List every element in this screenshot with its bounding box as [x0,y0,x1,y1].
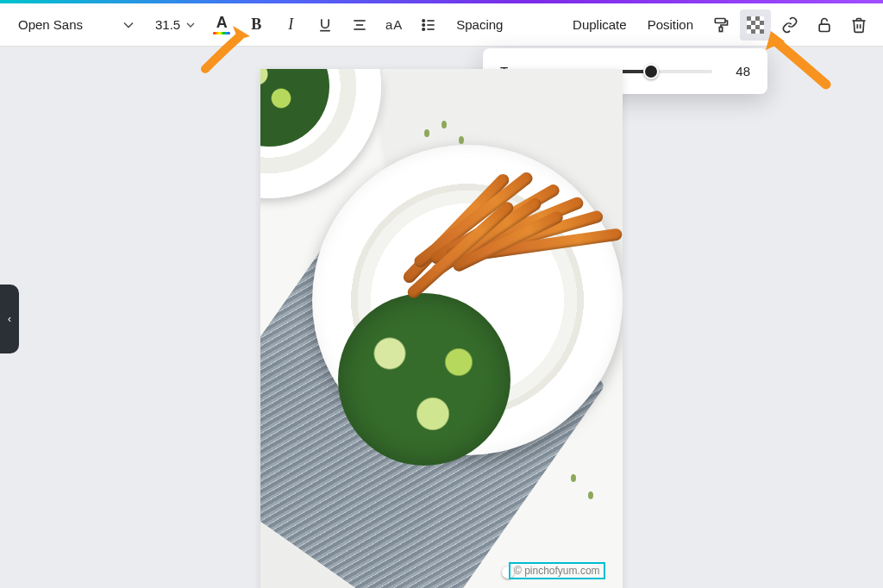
svg-point-4 [423,19,425,22]
italic-icon: I [288,16,293,34]
link-button[interactable] [774,9,805,41]
svg-rect-16 [760,21,764,25]
seed-graphic [459,136,464,144]
duplicate-button[interactable]: Duplicate [564,9,636,41]
svg-rect-11 [719,27,722,31]
seed-graphic [442,121,447,128]
unlock-icon [816,16,833,34]
seed-graphic [424,129,429,137]
position-label: Position [648,17,693,32]
copy-style-button[interactable] [705,9,736,41]
list-button[interactable] [413,9,444,41]
align-center-icon [351,16,368,34]
seed-graphic [571,474,576,482]
font-family-select[interactable]: Open Sans [9,9,147,41]
transparency-button[interactable] [740,9,771,41]
chevron-down-icon [120,16,137,34]
font-family-value: Open Sans [18,17,83,32]
underline-icon [316,16,334,34]
spacing-button[interactable]: Spacing [448,9,511,41]
font-size-select[interactable]: 31.5 [150,17,203,32]
svg-rect-21 [819,24,830,31]
svg-rect-14 [755,16,760,21]
position-button[interactable]: Position [639,9,702,41]
watermark-text: © pinchofyum.com [514,565,600,577]
watermark-text-element[interactable]: © pinchofyum.com [509,562,605,579]
bold-icon: B [251,16,261,34]
trash-icon [850,16,867,34]
delete-button[interactable] [843,9,874,41]
text-color-a-icon: A [216,15,228,30]
svg-rect-15 [751,21,755,25]
svg-rect-10 [715,18,725,22]
design-page[interactable]: © pinchofyum.com [260,69,623,588]
svg-rect-13 [747,16,751,21]
alignment-button[interactable] [344,9,375,41]
text-case-icon: aA [385,17,403,32]
text-color-button[interactable]: A [206,9,237,41]
lock-button[interactable] [809,9,840,41]
text-toolbar: Open Sans 31.5 A B I aA Spacing Duplicat… [0,3,883,47]
link-icon [781,16,798,34]
duplicate-label: Duplicate [573,17,627,32]
seed-graphic [588,491,593,499]
font-size-value: 31.5 [155,17,180,32]
sweet-potato-fries-graphic [442,147,623,328]
svg-rect-18 [755,25,760,29]
italic-button[interactable]: I [275,9,306,41]
text-case-button[interactable]: aA [379,9,410,41]
chevron-down-icon [184,18,197,32]
svg-rect-20 [760,29,764,34]
list-icon [420,16,437,34]
svg-rect-17 [747,25,751,29]
svg-rect-19 [751,29,755,34]
paint-roller-icon [712,16,730,34]
svg-point-5 [423,23,425,26]
bold-button[interactable]: B [241,9,272,41]
checkerboard-icon [747,16,764,34]
spacing-label: Spacing [456,17,503,32]
svg-point-6 [423,28,425,30]
canvas-area: © pinchofyum.com [0,47,883,588]
underline-button[interactable] [310,9,341,41]
rainbow-underline-icon [213,32,230,34]
